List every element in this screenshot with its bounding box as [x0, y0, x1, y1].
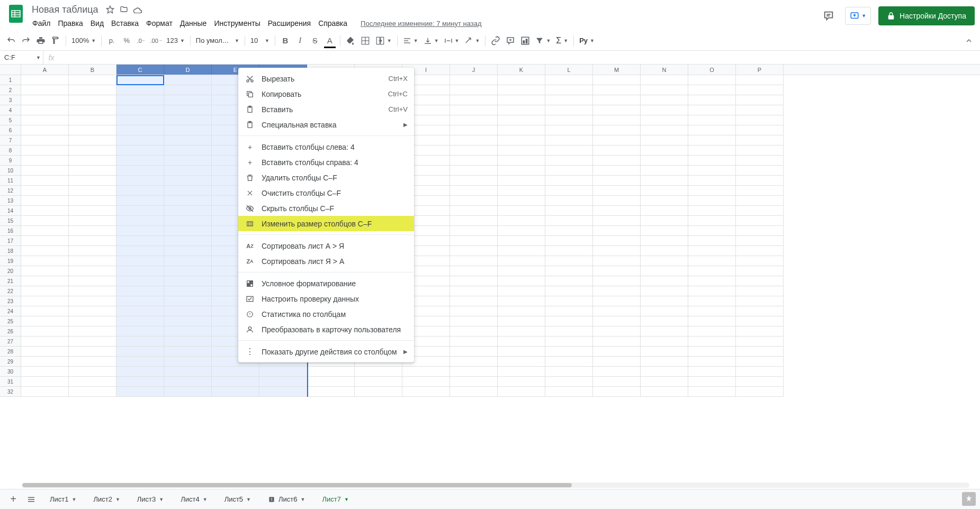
row-header-28[interactable]: 28 — [0, 347, 21, 357]
cell-D12[interactable] — [164, 186, 212, 196]
cell-B6[interactable] — [69, 125, 116, 135]
cell-M13[interactable] — [593, 196, 641, 206]
undo-button[interactable] — [4, 34, 18, 48]
cell-D4[interactable] — [164, 105, 212, 115]
comments-icon[interactable] — [820, 7, 838, 25]
cell-C11[interactable] — [116, 176, 164, 186]
cell-O28[interactable] — [688, 347, 736, 357]
cell-L1[interactable] — [545, 75, 593, 85]
cell-F31[interactable] — [259, 377, 307, 387]
cell-A12[interactable] — [21, 186, 69, 196]
cell-J28[interactable] — [450, 347, 498, 357]
cell-M5[interactable] — [593, 115, 641, 125]
cell-O19[interactable] — [688, 256, 736, 266]
cell-K3[interactable] — [498, 95, 545, 105]
cell-P1[interactable] — [736, 75, 784, 85]
cell-F32[interactable] — [259, 387, 307, 397]
cell-L22[interactable] — [545, 286, 593, 296]
row-header-6[interactable]: 6 — [0, 125, 21, 135]
cell-O9[interactable] — [688, 156, 736, 166]
row-header-22[interactable]: 22 — [0, 286, 21, 296]
cell-D20[interactable] — [164, 266, 212, 276]
cell-D7[interactable] — [164, 135, 212, 146]
cell-C15[interactable] — [116, 216, 164, 226]
cell-K18[interactable] — [498, 246, 545, 256]
cell-B1[interactable] — [69, 75, 116, 85]
row-header-1[interactable]: 1 — [0, 75, 21, 85]
cell-P26[interactable] — [736, 326, 784, 337]
cell-M8[interactable] — [593, 146, 641, 156]
cell-J14[interactable] — [450, 206, 498, 216]
cell-A17[interactable] — [21, 236, 69, 246]
row-header-3[interactable]: 3 — [0, 95, 21, 105]
cell-A14[interactable] — [21, 206, 69, 216]
ctx-insert-right[interactable]: +Вставить столбцы справа: 4 — [238, 154, 414, 170]
cell-P16[interactable] — [736, 226, 784, 236]
cell-J11[interactable] — [450, 176, 498, 186]
star-icon[interactable] — [105, 4, 115, 15]
cell-P5[interactable] — [736, 115, 784, 125]
cell-P32[interactable] — [736, 387, 784, 397]
cell-N8[interactable] — [641, 146, 688, 156]
cell-J21[interactable] — [450, 276, 498, 286]
cell-L31[interactable] — [545, 377, 593, 387]
cell-L26[interactable] — [545, 326, 593, 337]
cell-O2[interactable] — [688, 85, 736, 95]
more-formats-dropdown[interactable]: 123▼ — [164, 34, 187, 48]
select-all-corner[interactable] — [0, 65, 21, 75]
ctx-convert-chip[interactable]: Преобразовать в карточку пользователя — [238, 322, 414, 337]
paint-format-button[interactable] — [49, 34, 62, 48]
cell-K23[interactable] — [498, 296, 545, 306]
row-header-15[interactable]: 15 — [0, 216, 21, 226]
all-sheets-button[interactable] — [22, 492, 40, 507]
cell-B14[interactable] — [69, 206, 116, 216]
cell-O4[interactable] — [688, 105, 736, 115]
cell-K13[interactable] — [498, 196, 545, 206]
ctx-paste-special[interactable]: Специальная вставка▶ — [238, 117, 414, 132]
cell-H31[interactable] — [355, 377, 402, 387]
cell-C9[interactable] — [116, 156, 164, 166]
cell-K26[interactable] — [498, 326, 545, 337]
row-header-18[interactable]: 18 — [0, 246, 21, 256]
cell-C23[interactable] — [116, 296, 164, 306]
cell-D15[interactable] — [164, 216, 212, 226]
cell-B9[interactable] — [69, 156, 116, 166]
ctx-sort-za[interactable]: ZAСортировать лист Я > А — [238, 253, 414, 269]
row-header-5[interactable]: 5 — [0, 115, 21, 125]
ctx-delete-cols[interactable]: Удалить столбцы C–F — [238, 170, 414, 185]
cell-N22[interactable] — [641, 286, 688, 296]
borders-button[interactable] — [358, 34, 372, 48]
row-header-4[interactable]: 4 — [0, 105, 21, 115]
filter-dropdown[interactable]: ▼ — [533, 34, 553, 48]
cell-P9[interactable] — [736, 156, 784, 166]
cell-B18[interactable] — [69, 246, 116, 256]
cell-D32[interactable] — [164, 387, 212, 397]
cell-B31[interactable] — [69, 377, 116, 387]
cell-L8[interactable] — [545, 146, 593, 156]
bold-button[interactable]: B — [278, 34, 292, 48]
cell-O10[interactable] — [688, 166, 736, 176]
cell-O22[interactable] — [688, 286, 736, 296]
ctx-sort-az[interactable]: AZСортировать лист А > Я — [238, 238, 414, 253]
add-sheet-button[interactable]: + — [4, 492, 22, 507]
cell-J22[interactable] — [450, 286, 498, 296]
cell-O12[interactable] — [688, 186, 736, 196]
cell-D27[interactable] — [164, 337, 212, 347]
cell-G32[interactable] — [307, 387, 355, 397]
cell-O7[interactable] — [688, 135, 736, 146]
row-header-19[interactable]: 19 — [0, 256, 21, 266]
cell-A7[interactable] — [21, 135, 69, 146]
cell-L15[interactable] — [545, 216, 593, 226]
cell-J17[interactable] — [450, 236, 498, 246]
cell-P28[interactable] — [736, 347, 784, 357]
cell-K31[interactable] — [498, 377, 545, 387]
col-header-K[interactable]: K — [498, 65, 545, 75]
cell-A8[interactable] — [21, 146, 69, 156]
ctx-hide-cols[interactable]: Скрыть столбцы C–F — [238, 201, 414, 216]
cell-M2[interactable] — [593, 85, 641, 95]
cell-P15[interactable] — [736, 216, 784, 226]
cell-J29[interactable] — [450, 357, 498, 367]
row-header-31[interactable]: 31 — [0, 377, 21, 387]
cell-L14[interactable] — [545, 206, 593, 216]
cell-N4[interactable] — [641, 105, 688, 115]
